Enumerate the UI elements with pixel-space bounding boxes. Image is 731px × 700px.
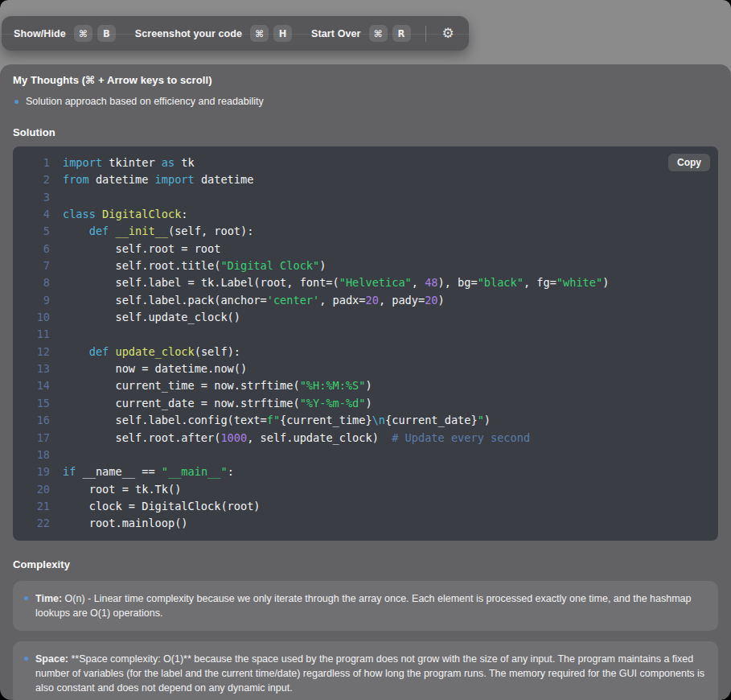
code-line: 11 [13, 326, 718, 343]
code-line: 9 self.label.pack(anchor='center', padx=… [13, 292, 718, 309]
code-line: 1import tkinter as tk [13, 154, 718, 171]
code-text: current_time = now.strftime("%H:%M:%S") [63, 377, 372, 394]
code-line: 6 self.root = root [13, 241, 718, 257]
code-line: 3 [13, 189, 718, 206]
code-line: 20 root = tk.Tk() [13, 481, 718, 498]
code-line: 12 def update_clock(self): [13, 344, 718, 360]
code-text: root.mainloop() [63, 515, 188, 532]
code-text: def update_clock(self): [63, 344, 240, 360]
line-number: 9 [13, 292, 50, 309]
line-number: 8 [13, 274, 50, 291]
line-number: 6 [13, 241, 50, 257]
line-number: 16 [13, 412, 50, 429]
code-text: self.label = tk.Label(root, font=("Helve… [63, 274, 609, 291]
code-line: 2from datetime import datetime [13, 171, 718, 188]
start-over-label: Start Over [311, 28, 360, 39]
thoughts-heading: My Thoughts (⌘ + Arrow keys to scroll) [13, 74, 718, 86]
screenshot-code-button[interactable]: Screenshot your code⌘H [135, 25, 292, 42]
settings-gear-icon[interactable]: ⚙ [441, 25, 456, 42]
copy-button[interactable]: Copy [668, 154, 710, 171]
line-number: 5 [13, 223, 50, 240]
code-lines: 1import tkinter as tk2from datetime impo… [13, 154, 718, 533]
line-number: 20 [13, 481, 50, 498]
shortcut-key-badge: H [273, 25, 292, 42]
complexity-heading: Complexity [13, 558, 718, 570]
toolbar-divider [425, 26, 426, 42]
code-text: from datetime import datetime [63, 171, 253, 188]
line-number: 13 [13, 360, 50, 377]
line-number: 18 [13, 447, 50, 463]
code-text: self.update_clock() [63, 309, 240, 326]
code-text: if __name__ == "__main__": [63, 463, 234, 480]
shortcut-key-badge: B [97, 25, 116, 42]
complexity-time-card: Time: O(n) - Linear time complexity beca… [13, 581, 718, 631]
show-hide-button[interactable]: Show/Hide⌘B [14, 25, 116, 42]
code-text: def __init__(self, root): [63, 223, 253, 240]
code-line: 4class DigitalClock: [13, 206, 718, 223]
code-text: self.root = root [63, 241, 220, 257]
main-panel: My Thoughts (⌘ + Arrow keys to scroll) S… [0, 64, 731, 700]
code-line: 14 current_time = now.strftime("%H:%M:%S… [13, 377, 718, 394]
command-toolbar: Show/Hide⌘BScreenshot your code⌘HStart O… [2, 16, 469, 51]
code-line: 22 root.mainloop() [13, 515, 718, 532]
code-line: 10 self.update_clock() [13, 309, 718, 326]
code-text: now = datetime.now() [63, 360, 247, 377]
line-number: 10 [13, 309, 50, 326]
line-number: 7 [13, 257, 50, 274]
code-line: 5 def __init__(self, root): [13, 223, 718, 240]
code-line: 18 [13, 447, 718, 463]
thought-item: Solution approach based on efficiency an… [13, 95, 718, 109]
thought-text: Solution approach based on efficiency an… [26, 95, 264, 109]
code-line: 21 clock = DigitalClock(root) [13, 498, 718, 515]
code-text: class DigitalClock: [63, 206, 188, 223]
line-number: 15 [13, 395, 50, 412]
code-text: current_date = now.strftime("%Y-%m-%d") [63, 395, 372, 412]
line-number: 19 [13, 463, 50, 480]
solution-heading: Solution [13, 126, 718, 138]
code-line: 13 now = datetime.now() [13, 360, 718, 377]
complexity-list: Time: O(n) - Linear time complexity beca… [13, 581, 718, 700]
code-text: import tkinter as tk [63, 154, 195, 171]
line-number: 11 [13, 326, 50, 343]
code-line: 7 self.root.title("Digital Clock") [13, 257, 718, 274]
complexity-row: Time: O(n) - Linear time complexity beca… [23, 591, 705, 620]
code-block: Copy 1import tkinter as tk2from datetime… [13, 146, 718, 541]
line-number: 1 [13, 154, 50, 171]
complexity-row: Space: **Space complexity: O(1)** becaus… [23, 652, 705, 695]
code-line: 8 self.label = tk.Label(root, font=("Hel… [13, 274, 718, 291]
bullet-dot [14, 100, 18, 104]
code-text: self.root.title("Digital Clock") [63, 257, 326, 274]
code-line: 16 self.label.config(text=f"{current_tim… [13, 412, 718, 429]
line-number: 17 [13, 430, 50, 447]
screenshot-code-label: Screenshot your code [135, 28, 242, 39]
toolbar-groups: Show/Hide⌘BScreenshot your code⌘HStart O… [14, 25, 411, 42]
code-text: self.label.pack(anchor='center', padx=20… [63, 292, 445, 309]
line-number: 12 [13, 344, 50, 360]
bullet-dot [24, 657, 28, 661]
complexity-space-card: Space: **Space complexity: O(1)** becaus… [13, 641, 718, 700]
code-line: 15 current_date = now.strftime("%Y-%m-%d… [13, 395, 718, 412]
line-number: 4 [13, 206, 50, 223]
app-window: Show/Hide⌘BScreenshot your code⌘HStart O… [0, 0, 731, 700]
line-number: 21 [13, 498, 50, 515]
complexity-label: Space: [35, 653, 68, 665]
complexity-label: Time: [35, 593, 62, 604]
line-number: 22 [13, 515, 50, 532]
shortcut-key-badge: ⌘ [250, 25, 269, 42]
code-line: 19if __name__ == "__main__": [13, 463, 718, 480]
code-text: self.label.config(text=f"{current_time}\… [63, 412, 491, 429]
line-number: 2 [13, 171, 50, 188]
show-hide-label: Show/Hide [14, 28, 66, 39]
code-line: 17 self.root.after(1000, self.update_clo… [13, 430, 718, 447]
complexity-text: Space: **Space complexity: O(1)** becaus… [35, 652, 705, 695]
line-number: 14 [13, 377, 50, 394]
code-text: clock = DigitalClock(root) [63, 498, 261, 515]
complexity-text: Time: O(n) - Linear time complexity beca… [35, 591, 705, 620]
code-text: root = tk.Tk() [63, 481, 181, 498]
line-number: 3 [13, 189, 50, 206]
shortcut-key-badge: R [392, 25, 411, 42]
shortcut-key-badge: ⌘ [74, 25, 92, 42]
shortcut-key-badge: ⌘ [369, 25, 388, 42]
bullet-dot [24, 596, 28, 600]
start-over-button[interactable]: Start Over⌘R [311, 25, 410, 42]
